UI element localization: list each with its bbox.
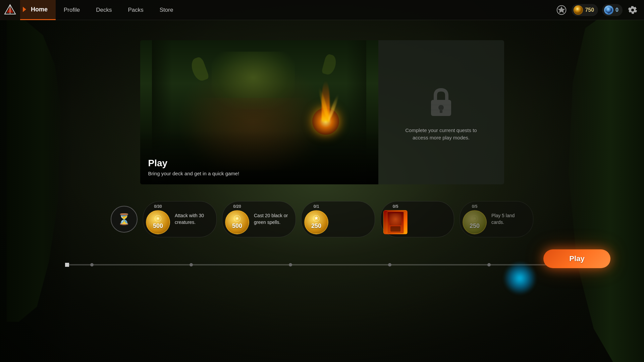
- nav-decks-label: Decks: [96, 7, 112, 13]
- play-button[interactable]: Play: [543, 249, 610, 268]
- quest-2-wrapper: 0/20 500: [225, 204, 249, 234]
- nav-home-label: Home: [31, 6, 48, 13]
- progress-tick-3: [289, 263, 292, 266]
- gem-currency-display: 0: [602, 4, 623, 16]
- svg-rect-9: [440, 108, 442, 113]
- quest-5-reward: 250: [470, 223, 480, 230]
- gold-icon: [574, 5, 583, 15]
- quest-5-coin: 250: [463, 210, 487, 234]
- svg-marker-6: [605, 6, 612, 14]
- quest-1-description: Attack with 30 creatures.: [175, 213, 210, 226]
- quests-row: ⏳ 0/30 500 Attack with 30 creatures. 0/2…: [121, 201, 523, 237]
- mtg-logo-icon: [4, 4, 16, 16]
- locked-mode-card: Complete your current quests to access m…: [378, 40, 504, 184]
- quest-4-wrapper: 0/5: [383, 204, 408, 234]
- play-card-title: Play: [148, 158, 239, 169]
- quest-5-progress: 0/5: [472, 204, 478, 209]
- hourglass-icon: ⏳: [117, 213, 131, 226]
- progress-tick-5: [487, 263, 491, 266]
- quest-1-wrapper: 0/30 500: [146, 204, 170, 234]
- gold-amount: 750: [585, 7, 594, 13]
- nav-tab-profile[interactable]: Profile: [56, 0, 88, 20]
- quest-1-progress: 0/30: [154, 204, 162, 209]
- planeswalker-icon: [555, 4, 568, 16]
- quest-1-reward: 500: [153, 223, 163, 230]
- quest-4-progress: 0/5: [393, 204, 398, 209]
- nav-right-section: 750 0: [555, 4, 644, 16]
- navbar: Home Profile Decks Packs Store: [0, 0, 644, 20]
- progress-timeline: [67, 264, 564, 265]
- main-content: Play Bring your deck and get in a quick …: [0, 20, 644, 362]
- quest-item-4[interactable]: 0/5: [380, 201, 454, 237]
- quest-2-progress: 0/20: [233, 204, 241, 209]
- quest-1-coin: 500: [146, 210, 170, 234]
- nav-tab-home[interactable]: Home: [20, 0, 56, 20]
- progress-tick-1: [90, 263, 94, 266]
- svg-point-5: [577, 8, 579, 10]
- progress-tick-4: [388, 263, 391, 266]
- lock-icon-container: [424, 83, 458, 120]
- gem-amount: 0: [615, 7, 619, 13]
- progress-start: [65, 263, 69, 267]
- progress-tick-2: [190, 263, 193, 266]
- quest-2-description: Cast 20 black or green spells.: [254, 213, 289, 226]
- quest-timer: ⏳: [111, 206, 138, 233]
- quest-3-wrapper: 0/1 250: [304, 204, 328, 234]
- quest-5-wrapper: 0/5 250: [463, 204, 487, 234]
- cyan-glow-orb: [503, 261, 537, 295]
- quest-4-card-art: [383, 210, 408, 234]
- quest-5-description: Play 5 land cards.: [491, 213, 526, 226]
- locked-text: Complete your current quests to access m…: [401, 127, 481, 142]
- nav-tab-store[interactable]: Store: [152, 0, 181, 20]
- settings-icon[interactable]: [627, 4, 639, 16]
- play-card-info: Play Bring your deck and get in a quick …: [148, 158, 239, 176]
- play-mode-card[interactable]: Play Bring your deck and get in a quick …: [140, 40, 378, 184]
- mode-cards-row: Play Bring your deck and get in a quick …: [138, 40, 506, 184]
- quest-3-progress: 0/1: [314, 204, 319, 209]
- quest-3-coin: 250: [304, 210, 328, 234]
- lock-icon: [426, 85, 456, 118]
- quest-item-5[interactable]: 0/5 250 Play 5 land cards.: [460, 201, 533, 237]
- nav-packs-label: Packs: [128, 7, 143, 13]
- play-button-label: Play: [569, 254, 584, 263]
- nav-store-label: Store: [160, 7, 173, 13]
- svg-point-4: [574, 6, 583, 14]
- gem-icon: [604, 5, 613, 15]
- play-card-subtitle: Bring your deck and get in a quick game!: [148, 171, 239, 176]
- quest-item-2[interactable]: 0/20 500 Cast 20 black or green spells.: [222, 201, 296, 237]
- nav-logo: [0, 0, 20, 20]
- nav-profile-label: Profile: [64, 7, 80, 13]
- quest-3-reward: 250: [311, 223, 321, 230]
- quest-2-coin: 500: [225, 210, 249, 234]
- nav-tab-packs[interactable]: Packs: [120, 0, 151, 20]
- play-card-gradient: [140, 131, 378, 184]
- nav-tab-decks[interactable]: Decks: [88, 0, 120, 20]
- quest-item-3[interactable]: 0/1 250: [301, 201, 375, 237]
- gold-currency-display: 750: [572, 4, 598, 16]
- quest-2-reward: 500: [232, 223, 242, 230]
- quest-item-1[interactable]: 0/30 500 Attack with 30 creatures.: [143, 201, 217, 237]
